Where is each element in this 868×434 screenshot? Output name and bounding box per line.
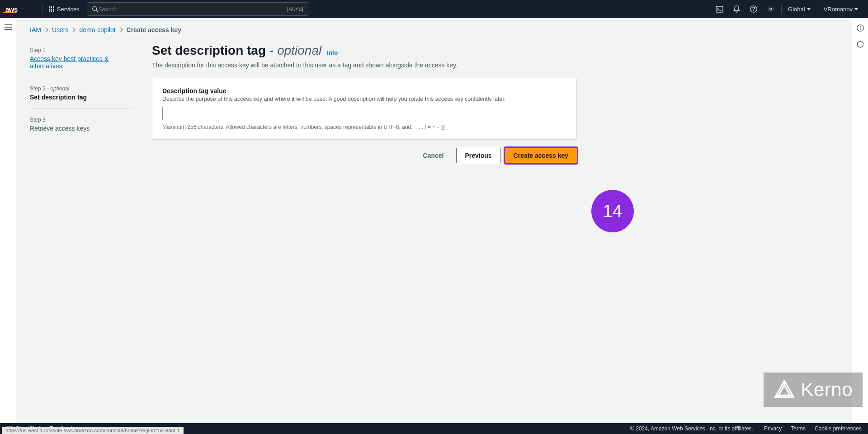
page-title: Set description tag - optional Info: [152, 43, 577, 58]
svg-point-5: [754, 10, 754, 11]
wizard-step-2: Step 2 - optional Set description tag: [30, 82, 134, 108]
create-access-key-button[interactable]: Create access key: [505, 148, 577, 163]
cookie-preferences-link[interactable]: Cookie preferences: [815, 425, 862, 432]
previous-button[interactable]: Previous: [456, 148, 500, 163]
settings-button[interactable]: [762, 0, 779, 18]
field-constraint: Maximum 256 characters. Allowed characte…: [162, 124, 566, 130]
wizard-step-3-title: Retrieve access keys: [30, 125, 134, 132]
status-url-preview: https://us-east-1.console.aws.amazon.com…: [2, 427, 184, 434]
step-number: Step 1: [30, 47, 134, 53]
open-sidenav-button[interactable]: [5, 24, 12, 30]
notifications-button[interactable]: [728, 0, 745, 18]
wizard-step-2-title: Set description tag: [30, 94, 134, 101]
content-grid: Step 1 Access key best practices & alter…: [30, 43, 838, 163]
kerno-logo-icon: [774, 380, 795, 400]
right-rail: [852, 18, 868, 423]
chevron-down-icon: [807, 8, 811, 10]
search-input-wrap[interactable]: [Alt+S]: [87, 2, 308, 16]
hexagon-icon[interactable]: [857, 41, 864, 48]
chevron-right-icon: [45, 27, 48, 33]
kerno-watermark: Kerno: [764, 373, 863, 407]
aws-smile-icon: [3, 11, 17, 13]
page-description: The description for this access key will…: [152, 61, 577, 69]
search-input[interactable]: [98, 6, 287, 13]
step-number: Step 3: [30, 117, 134, 123]
description-tag-input[interactable]: [162, 107, 465, 120]
aws-logo[interactable]: aws: [5, 5, 32, 13]
breadcrumb-user[interactable]: demo-copilot: [79, 26, 115, 33]
grid-icon: [49, 6, 54, 12]
wizard-steps: Step 1 Access key best practices & alter…: [30, 43, 134, 163]
description-panel: Description tag value Describe the purpo…: [152, 78, 577, 140]
left-rail: [0, 18, 16, 423]
wizard-step-1: Step 1 Access key best practices & alter…: [30, 43, 134, 77]
svg-point-9: [860, 26, 860, 27]
cloudshell-icon-button[interactable]: [711, 0, 728, 18]
button-row: Cancel Previous Create access key: [152, 148, 577, 163]
bell-icon: [733, 5, 740, 13]
breadcrumb-iam[interactable]: IAM: [30, 26, 41, 33]
annotation-badge: 14: [591, 190, 634, 232]
top-nav: aws Services [Alt+S] Global VRomanov: [0, 0, 868, 18]
wizard-step-1-link[interactable]: Access key best practices & alternatives: [30, 55, 134, 70]
chevron-right-icon: [119, 27, 123, 33]
app-body: IAM Users demo-copilot Create access key…: [0, 18, 868, 423]
user-label: VRomanov: [824, 6, 853, 13]
svg-rect-2: [716, 6, 723, 12]
services-button[interactable]: Services: [44, 0, 84, 18]
chevron-down-icon: [854, 8, 858, 10]
info-circle-icon[interactable]: [857, 24, 864, 32]
help-button[interactable]: [745, 0, 762, 18]
info-link[interactable]: Info: [327, 49, 338, 56]
title-optional: optional: [277, 43, 321, 57]
cancel-button[interactable]: Cancel: [415, 148, 452, 163]
terminal-icon: [716, 6, 723, 13]
svg-point-0: [92, 7, 96, 11]
svg-point-6: [770, 8, 772, 10]
breadcrumb-current: Create access key: [127, 26, 181, 33]
content-main: Set description tag - optional Info The …: [152, 43, 577, 163]
title-sep: -: [269, 43, 277, 57]
services-label: Services: [57, 6, 80, 13]
chevron-right-icon: [72, 27, 75, 33]
user-menu[interactable]: VRomanov: [819, 0, 863, 18]
field-label: Description tag value: [162, 87, 566, 94]
search-icon: [92, 6, 98, 12]
divider: [817, 5, 817, 14]
copyright: © 2024, Amazon Web Services, Inc. or its…: [630, 425, 753, 432]
breadcrumb-users[interactable]: Users: [52, 26, 69, 33]
region-selector[interactable]: Global: [783, 0, 815, 18]
search-shortcut: [Alt+S]: [287, 6, 303, 12]
svg-marker-10: [857, 41, 863, 47]
svg-line-1: [96, 10, 98, 12]
step-number: Step 2 - optional: [30, 85, 134, 92]
divider: [42, 5, 42, 14]
wizard-step-3: Step 3 Retrieve access keys: [30, 113, 134, 139]
gear-icon: [767, 5, 774, 13]
breadcrumb: IAM Users demo-copilot Create access key: [30, 26, 838, 33]
field-hint: Describe the purpose of this access key …: [162, 96, 566, 102]
question-circle-icon: [750, 5, 757, 13]
terms-link[interactable]: Terms: [791, 425, 806, 432]
page-title-main: Set description tag: [152, 43, 266, 58]
kerno-label: Kerno: [801, 379, 853, 401]
main-area: IAM Users demo-copilot Create access key…: [16, 18, 852, 423]
privacy-link[interactable]: Privacy: [764, 425, 782, 432]
divider: [781, 5, 782, 14]
region-label: Global: [788, 6, 805, 13]
